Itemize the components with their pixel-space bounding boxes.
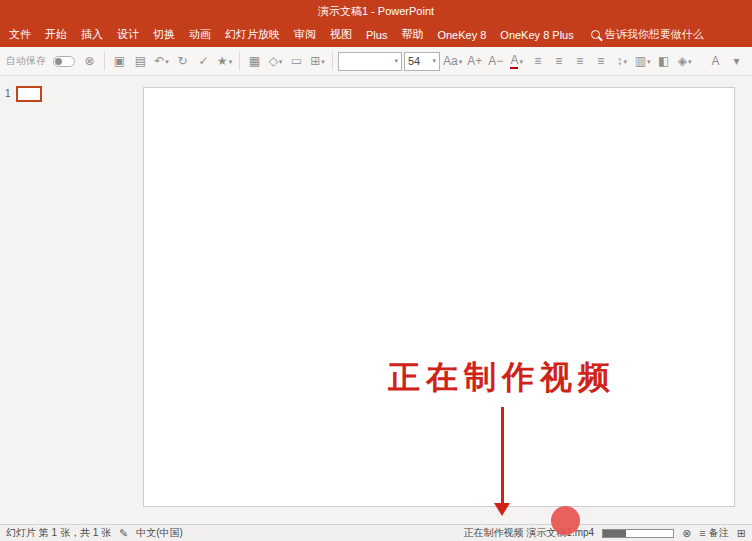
spelling-icon: ✓	[198, 55, 208, 67]
powerpoint-window: 演示文稿1 - PowerPoint 文件 开始 插入 设计 切换 动画 幻灯片…	[0, 0, 752, 541]
tab-transitions[interactable]: 切换	[146, 22, 182, 47]
favorites-icon: ★	[217, 55, 228, 67]
progress-fill	[603, 530, 625, 537]
export-progress-bar	[602, 529, 674, 538]
redo-icon: ↻	[177, 55, 187, 67]
line-spacing-icon: ↕	[616, 55, 622, 67]
decrease-font-size-button[interactable]: A−	[486, 50, 505, 72]
tab-file[interactable]: 文件	[2, 22, 38, 47]
justify-icon: ≡	[597, 55, 604, 67]
align-right-icon: ≡	[576, 55, 583, 67]
insert-table-button[interactable]: ⊞▾	[308, 50, 327, 72]
increase-font-size-icon: A+	[467, 55, 482, 67]
title-bar: 演示文稿1 - PowerPoint	[0, 0, 752, 22]
divider	[239, 52, 240, 70]
combo-caret-icon: ▾	[432, 57, 436, 65]
dropdown-caret-icon: ▾	[459, 58, 463, 65]
arrange-button[interactable]: ◧	[654, 50, 673, 72]
decrease-font-size-icon: A−	[488, 55, 503, 67]
slide-indicator[interactable]: 幻灯片 第 1 张，共 1 张	[6, 526, 111, 540]
tab-animations[interactable]: 动画	[182, 22, 218, 47]
save-as-button[interactable]: ▤	[131, 50, 150, 72]
spelling-button[interactable]: ✓	[194, 50, 213, 72]
increase-font-size-button[interactable]: A+	[465, 50, 484, 72]
save-icon: ▣	[114, 55, 125, 67]
columns-icon: ▥	[635, 55, 646, 67]
font-color-button[interactable]: A▾	[507, 50, 526, 72]
columns-button[interactable]: ▥▾	[633, 50, 652, 72]
autosave-off-icon: ⊗	[84, 55, 94, 67]
normal-view-icon[interactable]: ⊞	[737, 528, 746, 539]
annotation-highlight-circle	[551, 506, 580, 535]
tab-onekey8plus[interactable]: OneKey 8 Plus	[493, 22, 580, 47]
divider	[104, 52, 105, 70]
line-spacing-button[interactable]: ↕▾	[612, 50, 631, 72]
combo-caret-icon: ▾	[394, 57, 398, 65]
align-right-button[interactable]: ≡	[570, 50, 589, 72]
insert-text-box-button[interactable]: ▭	[287, 50, 306, 72]
search-label: 告诉我你想要做什么	[605, 27, 704, 42]
favorites-button[interactable]: ★▾	[215, 50, 234, 72]
dropdown-caret-icon: ▾	[688, 58, 692, 65]
proofing-icon[interactable]: ✎	[119, 528, 128, 539]
align-center-button[interactable]: ≡	[549, 50, 568, 72]
align-center-icon: ≡	[555, 55, 562, 67]
font-dialog-button[interactable]: A	[706, 50, 725, 72]
font-size-value: 54	[408, 55, 420, 67]
cancel-export-icon[interactable]: ⊗	[682, 528, 691, 539]
tab-review[interactable]: 审阅	[287, 22, 323, 47]
divider	[332, 52, 333, 70]
annotation-callout-text: 正在制作视频	[388, 356, 616, 400]
dropdown-caret-icon: ▾	[647, 58, 651, 65]
tab-view[interactable]: 视图	[323, 22, 359, 47]
more-commands-caret-icon: ▾	[733, 55, 739, 67]
change-case-button[interactable]: Aa▾	[442, 50, 463, 72]
annotation-arrow-line	[501, 407, 504, 505]
text-box-icon: ▭	[291, 55, 302, 67]
tab-onekey8[interactable]: OneKey 8	[430, 22, 493, 47]
quick-styles-icon: ◈	[678, 55, 687, 67]
font-name-combo[interactable]: ▾	[338, 52, 402, 71]
autosave-label: 自动保存	[6, 54, 46, 68]
align-left-button[interactable]: ≡	[528, 50, 547, 72]
autosave-toggle[interactable]	[53, 56, 75, 67]
status-bar: 幻灯片 第 1 张，共 1 张 ✎ 中文(中国) 正在制作视频 演示文稿1.mp…	[0, 524, 752, 541]
font-size-combo[interactable]: 54▾	[404, 52, 440, 71]
annotation-arrow-head-icon	[494, 503, 510, 516]
font-icon: A	[711, 55, 719, 67]
slide-thumbnail-number: 1	[5, 88, 11, 99]
more-commands-button[interactable]: ▾	[727, 50, 746, 72]
justify-button[interactable]: ≡	[591, 50, 610, 72]
tab-slideshow[interactable]: 幻灯片放映	[218, 22, 287, 47]
tab-help[interactable]: 帮助	[394, 22, 430, 47]
tell-me-search[interactable]: 告诉我你想要做什么	[591, 27, 704, 42]
undo-icon: ↶	[154, 55, 164, 67]
undo-button[interactable]: ↶▾	[152, 50, 171, 72]
ribbon-tab-bar: 文件 开始 插入 设计 切换 动画 幻灯片放映 审阅 视图 Plus 帮助 On…	[0, 22, 752, 47]
notes-label: 备注	[709, 526, 729, 540]
language-indicator[interactable]: 中文(中国)	[136, 526, 183, 540]
autosave-off-button[interactable]: ⊗	[80, 50, 99, 72]
table-icon: ⊞	[310, 55, 320, 67]
tab-design[interactable]: 设计	[110, 22, 146, 47]
workspace: 1	[0, 76, 752, 524]
slide-canvas[interactable]	[143, 87, 735, 507]
dropdown-caret-icon: ▾	[519, 58, 523, 65]
window-title: 演示文稿1 - PowerPoint	[318, 4, 434, 19]
tab-insert[interactable]: 插入	[74, 22, 110, 47]
dropdown-caret-icon: ▾	[623, 58, 627, 65]
notes-button[interactable]: ≡ 备注	[699, 526, 728, 540]
insert-shapes-button[interactable]: ◇▾	[266, 50, 285, 72]
tab-plus[interactable]: Plus	[359, 22, 394, 47]
save-button[interactable]: ▣	[110, 50, 129, 72]
search-icon	[591, 30, 600, 39]
shapes-icon: ◇	[269, 55, 278, 67]
tab-home[interactable]: 开始	[38, 22, 74, 47]
dropdown-caret-icon: ▾	[229, 58, 233, 65]
save-as-icon: ▤	[135, 55, 146, 67]
quick-styles-button[interactable]: ◈▾	[675, 50, 694, 72]
insert-picture-button[interactable]: ▦	[245, 50, 264, 72]
notes-icon: ≡	[699, 528, 705, 539]
slide-thumbnail[interactable]	[16, 86, 42, 102]
redo-button[interactable]: ↻	[173, 50, 192, 72]
